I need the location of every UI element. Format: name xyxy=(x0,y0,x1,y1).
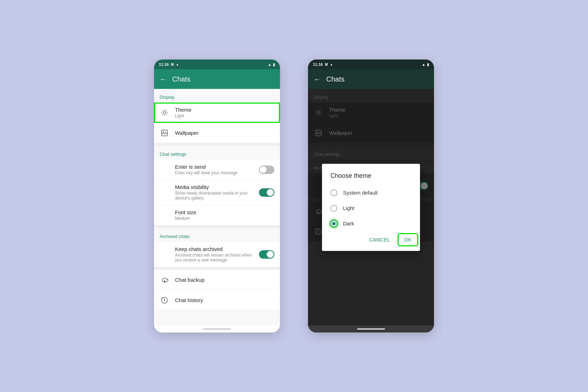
theme-title: Theme xyxy=(175,107,274,113)
keep-archived-title: Keep chats archived xyxy=(175,246,253,252)
option-label-system-default: System default xyxy=(343,190,378,196)
dialog-overlay: Choose theme System default Light Dark xyxy=(308,89,434,326)
wallpaper-title: Wallpaper xyxy=(175,130,274,136)
phone-left: 11:16 M ▲ ▲ ▮ ← Chats Display xyxy=(154,59,280,332)
wallpaper-icon xyxy=(160,128,169,138)
svg-point-10 xyxy=(163,131,164,132)
gmail-icon: M xyxy=(171,63,174,66)
wifi-icon: ▲ xyxy=(268,62,272,66)
home-bar-right xyxy=(357,328,385,330)
option-label-light: Light xyxy=(343,205,355,211)
battery-icon: ▮ xyxy=(273,62,275,67)
enter-send-subtitle: Enter key will send your message xyxy=(175,170,253,175)
radio-system-default[interactable] xyxy=(330,189,337,196)
gap-2 xyxy=(154,225,280,228)
wallpaper-text: Wallpaper xyxy=(175,130,274,136)
setting-item-chat-backup[interactable]: Chat backup xyxy=(154,270,280,290)
setting-item-font-size[interactable]: Font size Medium xyxy=(154,205,280,225)
time-right: 11:16 xyxy=(313,62,323,66)
media-visibility-text: Media visibility Show newly downloaded m… xyxy=(160,184,253,201)
gmail-icon-right: M xyxy=(325,63,328,66)
media-visibility-subtitle: Show newly downloaded media in your devi… xyxy=(175,191,253,201)
keep-archived-subtitle: Archived chats will remain archived when… xyxy=(175,253,253,262)
theme-subtitle: Light xyxy=(175,113,274,118)
cancel-button[interactable]: Cancel xyxy=(364,234,396,245)
keep-archived-toggle[interactable] xyxy=(259,250,274,259)
home-bar-left xyxy=(203,328,231,330)
setting-item-theme[interactable]: Theme Light xyxy=(154,103,280,123)
status-bar-right: 11:16 M ▲ ▲ ▮ xyxy=(308,59,434,69)
radio-dark[interactable] xyxy=(330,220,337,227)
dialog-actions: Cancel OK xyxy=(322,231,420,248)
enter-send-text: Enter is send Enter key will send your m… xyxy=(160,164,253,175)
media-visibility-toggle[interactable] xyxy=(259,188,274,197)
home-indicator-right xyxy=(308,326,434,332)
status-right: ▲ ▮ xyxy=(268,62,275,67)
dialog-option-light[interactable]: Light xyxy=(322,201,420,216)
settings-content-right: Display Theme Light xyxy=(308,89,434,326)
page-title-right: Chats xyxy=(326,75,344,83)
theme-text: Theme Light xyxy=(175,107,274,118)
setting-item-wallpaper[interactable]: Wallpaper xyxy=(154,123,280,143)
radio-light[interactable] xyxy=(330,205,337,212)
status-left-right: 11:16 M ▲ xyxy=(313,62,333,66)
section-header-archived: Archived chats xyxy=(154,228,280,242)
back-button-right[interactable]: ← xyxy=(314,75,321,83)
setting-item-keep-archived[interactable]: Keep chats archived Archived chats will … xyxy=(154,242,280,267)
media-visibility-title: Media visibility xyxy=(175,184,253,190)
settings-content-left: Display Theme Light xyxy=(154,89,280,326)
chat-history-text: Chat history xyxy=(175,297,274,303)
chat-history-title: Chat history xyxy=(175,297,274,303)
dialog-option-system-default[interactable]: System default xyxy=(322,185,420,201)
svg-line-8 xyxy=(162,114,163,115)
enter-send-title: Enter is send xyxy=(175,164,253,170)
history-icon xyxy=(160,295,169,305)
svg-point-0 xyxy=(163,111,166,114)
time-left: 11:16 xyxy=(159,62,169,66)
font-size-subtitle: Medium xyxy=(175,216,274,221)
option-label-dark: Dark xyxy=(343,220,354,226)
phone-right: 11:16 M ▲ ▲ ▮ ← Chats Display xyxy=(308,59,434,332)
svg-line-7 xyxy=(166,110,167,111)
back-button-left[interactable]: ← xyxy=(160,75,167,83)
chat-backup-title: Chat backup xyxy=(175,277,274,283)
ok-button[interactable]: OK xyxy=(399,234,417,245)
section-header-display: Display xyxy=(154,89,280,103)
font-size-title: Font size xyxy=(175,209,274,215)
dialog-option-dark[interactable]: Dark xyxy=(322,216,420,231)
svg-line-6 xyxy=(166,114,167,115)
battery-icon-right: ▮ xyxy=(427,62,429,67)
setting-item-enter-send[interactable]: Enter is send Enter key will send your m… xyxy=(154,160,280,180)
dialog-title: Choose theme xyxy=(322,172,420,185)
app-bar-right: ← Chats xyxy=(308,69,434,89)
wifi-icon-right: ▲ xyxy=(422,62,426,66)
setting-item-chat-history[interactable]: Chat history xyxy=(154,290,280,310)
svg-line-5 xyxy=(162,110,163,111)
backup-icon xyxy=(160,275,169,285)
alert-icon: ▲ xyxy=(176,63,179,66)
app-bar-left: ← Chats xyxy=(154,69,280,89)
status-left: 11:16 M ▲ xyxy=(159,62,179,66)
page-title-left: Chats xyxy=(172,75,190,83)
status-bar-left: 11:16 M ▲ ▲ ▮ xyxy=(154,59,280,69)
brightness-icon xyxy=(160,108,169,118)
gap-3 xyxy=(154,267,280,270)
font-size-text: Font size Medium xyxy=(160,209,274,221)
setting-item-media-visibility[interactable]: Media visibility Show newly downloaded m… xyxy=(154,180,280,205)
section-header-chat-settings: Chat settings xyxy=(154,146,280,160)
home-indicator-left xyxy=(154,326,280,332)
choose-theme-dialog: Choose theme System default Light Dark xyxy=(322,164,420,251)
alert-icon-right: ▲ xyxy=(330,63,333,66)
chat-backup-text: Chat backup xyxy=(175,277,274,283)
status-right-right: ▲ ▮ xyxy=(422,62,429,67)
keep-archived-text: Keep chats archived Archived chats will … xyxy=(160,246,253,262)
gap-1 xyxy=(154,143,280,146)
enter-send-toggle[interactable] xyxy=(259,166,274,174)
